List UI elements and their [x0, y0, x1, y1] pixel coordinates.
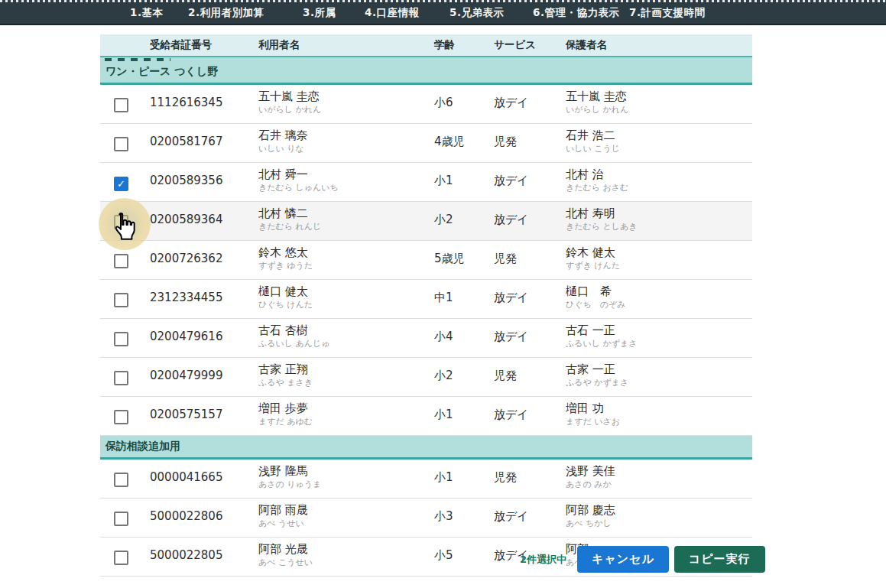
checkbox-cell: [100, 85, 150, 123]
table-row[interactable]: 0200581767 石井 璃奈 いしい りな 4歳児 児発 石井 浩二 いしい…: [100, 124, 752, 163]
user-name: 北村 憐二: [258, 206, 434, 221]
guardian-name-kana: ますだ いさお: [566, 417, 752, 427]
user-name-cell: 石井 璃奈 いしい りな: [258, 124, 434, 162]
user-name-kana: きたむら しゅんいち: [258, 183, 434, 193]
tab-sibling-display[interactable]: 5.兄弟表示: [449, 6, 505, 20]
row-checkbox[interactable]: [114, 137, 128, 151]
grade-cell: 小6: [434, 85, 494, 123]
user-name: 増田 歩夢: [258, 401, 434, 416]
user-name: 阿部 光晟: [258, 542, 434, 557]
user-name-cell: 北村 舜一 きたむら しゅんいち: [258, 163, 434, 201]
user-name: 浅野 隆馬: [258, 464, 434, 479]
tab-user-addition[interactable]: 2.利用者別加算: [188, 6, 265, 20]
checkbox-cell: [100, 319, 150, 357]
row-checkbox[interactable]: [114, 332, 128, 346]
service-cell: 放デイ: [494, 163, 566, 201]
tab-management-display[interactable]: 6.管理・協力表示: [533, 6, 620, 20]
guardian-name: 古家 一正: [566, 362, 752, 377]
copy-execute-button[interactable]: コピー実行: [674, 546, 765, 573]
row-checkbox[interactable]: [114, 512, 128, 526]
row-checkbox[interactable]: [114, 293, 128, 307]
guardian-name-kana: きたむら としあき: [566, 222, 752, 232]
user-name-kana: いしい りな: [258, 144, 434, 154]
user-name: 五十嵐 圭恋: [258, 89, 434, 104]
row-checkbox[interactable]: [114, 371, 128, 385]
guardian-name-kana: きたむら おさむ: [566, 183, 752, 193]
cert-no-cell: 0200589364: [150, 202, 258, 240]
guardian-cell: 浅野 美佳 あさの みか: [566, 460, 752, 498]
row-checkbox[interactable]: [114, 254, 128, 268]
guardian-name: 増田 功: [566, 401, 752, 416]
table-body: ワン・ピース つくし野 1112616345 五十嵐 圭恋 いがらし かれん 小…: [100, 57, 752, 577]
user-name-kana: あべ こうせい: [258, 557, 434, 568]
table-row[interactable]: 0200726362 鈴木 悠太 すずき ゆうた 5歳児 児発 鈴木 健太 すず…: [100, 241, 752, 280]
guardian-name-kana: いがらし かれん: [566, 105, 752, 115]
grade-cell: 4歳児: [434, 124, 494, 162]
grade-cell: 小3: [434, 499, 494, 537]
cert-no-cell: 0200575157: [150, 397, 258, 435]
grade-cell: 小2: [434, 358, 494, 396]
grade-cell: 小4: [434, 319, 494, 357]
row-checkbox[interactable]: [114, 410, 128, 424]
guardian-name: 樋口 希: [566, 284, 752, 299]
user-name-kana: ふるや まさき: [258, 378, 434, 388]
cancel-button[interactable]: キャンセル: [577, 546, 669, 573]
service-cell: 放デイ: [494, 85, 566, 123]
tab-account-info[interactable]: 4.口座情報: [365, 6, 420, 20]
user-name-cell: 北村 憐二 きたむら れんじ: [258, 202, 434, 240]
table-header-row: 受給者証番号 利用者名 学齢 サービス 保護者名: [100, 34, 752, 57]
user-name-cell: 五十嵐 圭恋 いがらし かれん: [258, 85, 434, 123]
cert-no-cell: 0200589356: [150, 163, 258, 201]
header-user-name: 利用者名: [258, 38, 434, 52]
tab-basic[interactable]: 1.基本: [130, 6, 164, 20]
row-checkbox[interactable]: [114, 98, 128, 112]
checkbox-cell: [100, 460, 150, 498]
cert-no-cell: 5000022806: [150, 499, 258, 537]
table-row[interactable]: 2312334455 樋口 健太 ひぐち けんた 中1 放デイ 樋口 希 ひぐち…: [100, 280, 752, 319]
guardian-name-kana: ふるや かずまさ: [566, 378, 752, 388]
guardian-cell: 北村 治 きたむら おさむ: [566, 163, 752, 201]
row-checkbox[interactable]: ✓: [114, 177, 128, 191]
selection-action-bar: 2件選択中 キャンセル コピー実行: [520, 546, 765, 573]
top-nav: 1.基本 2.利用者別加算 3.所属 4.口座情報 5.兄弟表示 6.管理・協力…: [0, 0, 886, 25]
guardian-name: 北村 寿明: [566, 206, 752, 221]
header-grade: 学齢: [434, 38, 494, 52]
service-cell: 児発: [494, 124, 566, 162]
checkbox-cell: [100, 280, 150, 318]
user-name-kana: ますだ あゆむ: [258, 417, 434, 427]
grade-cell: 中1: [434, 280, 494, 318]
checkbox-cell: [100, 397, 150, 435]
group-label: 保訪相談追加用: [105, 440, 180, 453]
grade-cell: 小5: [434, 538, 494, 576]
table-row[interactable]: 0200479616 古石 杏樹 ふるいし あんじゅ 小4 放デイ 古石 一正 …: [100, 319, 752, 358]
row-checkbox[interactable]: [114, 215, 128, 229]
guardian-name: 北村 治: [566, 167, 752, 182]
guardian-name: 阿部 慶志: [566, 503, 752, 518]
row-checkbox[interactable]: [114, 473, 128, 487]
checkbox-cell: ✓: [100, 163, 150, 201]
user-name-cell: 浅野 隆馬 あさの りゅうま: [258, 460, 434, 498]
user-name-kana: いがらし かれん: [258, 105, 434, 115]
cert-no-cell: 5000022805: [150, 538, 258, 576]
row-checkbox[interactable]: [114, 551, 128, 565]
checkbox-cell: [100, 124, 150, 162]
table-row[interactable]: 0200479999 古家 正翔 ふるや まさき 小2 児発 古家 一正 ふるや…: [100, 358, 752, 397]
checkbox-cell: [100, 202, 150, 240]
table-row[interactable]: 0000041665 浅野 隆馬 あさの りゅうま 小1 児発 浅野 美佳 あさ…: [100, 460, 752, 499]
user-name: 阿部 雨晟: [258, 503, 434, 518]
table-row[interactable]: ✓ 0200589356 北村 舜一 きたむら しゅんいち 小1 放デイ 北村 …: [100, 163, 752, 202]
clipped-text-fragment: [105, 58, 170, 61]
tab-plan-support-time[interactable]: 7.計画支援時間: [629, 6, 706, 20]
grade-cell: 小1: [434, 163, 494, 201]
table-row[interactable]: 5000022806 阿部 雨晟 あべ うせい 小3 放デイ 阿部 慶志 あべ …: [100, 499, 752, 538]
table-row[interactable]: 0200589364 北村 憐二 きたむら れんじ 小2 放デイ 北村 寿明 き…: [100, 202, 752, 241]
guardian-cell: 鈴木 健太 すずき けんた: [566, 241, 752, 279]
user-name: 樋口 健太: [258, 284, 434, 299]
service-cell: 放デイ: [494, 202, 566, 240]
tab-affiliation[interactable]: 3.所属: [303, 6, 336, 20]
user-name-kana: すずき ゆうた: [258, 261, 434, 271]
guardian-cell: 古石 一正 ふるいし かずまさ: [566, 319, 752, 357]
table-row[interactable]: 1112616345 五十嵐 圭恋 いがらし かれん 小6 放デイ 五十嵐 圭恋…: [100, 85, 752, 124]
user-name: 北村 舜一: [258, 167, 434, 182]
table-row[interactable]: 0200575157 増田 歩夢 ますだ あゆむ 小1 放デイ 増田 功 ますだ…: [100, 397, 752, 436]
